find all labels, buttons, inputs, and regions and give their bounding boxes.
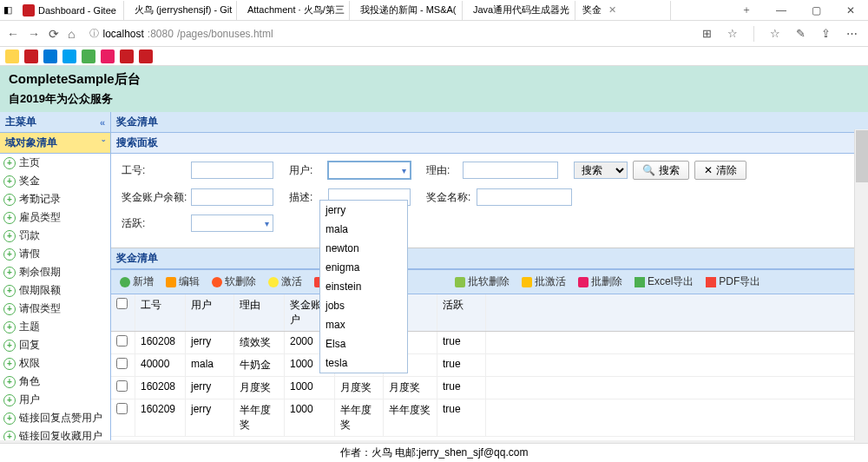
table-row[interactable]: 160209jerry半年度奖1000半年度奖半年度奖true bbox=[111, 399, 854, 437]
sidebar-menu: +主页+奖金+考勤记录+雇员类型+罚款+请假+剩余假期+假期限额+请假类型+主题… bbox=[0, 154, 110, 440]
share-icon[interactable]: ⇪ bbox=[821, 27, 831, 40]
browser-tab-3[interactable]: 我投递的新闻 - MS&A( bbox=[350, 1, 463, 20]
close-window-button[interactable]: ✕ bbox=[833, 0, 868, 21]
browser-titlebar: ◧ Dashboard - Gitee 火鸟 (jerryshensjf) - … bbox=[0, 0, 868, 21]
row-checkbox[interactable] bbox=[116, 380, 128, 392]
cell: 月度奖 bbox=[384, 377, 437, 399]
dropdown-option[interactable]: max bbox=[320, 315, 407, 334]
bookmark-icon[interactable] bbox=[62, 50, 76, 63]
more-icon[interactable]: ⋯ bbox=[846, 27, 858, 40]
star-icon[interactable]: ☆ bbox=[727, 27, 738, 40]
add-icon bbox=[120, 277, 130, 287]
active-combo[interactable]: ▾ bbox=[191, 214, 273, 232]
edit-button[interactable]: 编辑 bbox=[161, 273, 205, 291]
emp-id-input[interactable] bbox=[191, 162, 273, 179]
sidebar-item[interactable]: +雇员类型 bbox=[0, 208, 110, 227]
footer-text: 作者：火鸟 电邮:jerry_shen_sjf@qq.com bbox=[340, 446, 529, 460]
dropdown-option[interactable]: mala bbox=[320, 220, 407, 239]
page-footer: 作者：火鸟 电邮:jerry_shen_sjf@qq.com bbox=[0, 443, 868, 462]
bookmark-icon[interactable] bbox=[82, 50, 95, 63]
dropdown-option[interactable]: tesla bbox=[320, 353, 407, 373]
bookmark-icon[interactable] bbox=[139, 50, 153, 63]
browser-tab-5[interactable]: 奖金✕ bbox=[575, 1, 671, 20]
sidebar-item[interactable]: +主题 bbox=[0, 318, 110, 336]
sidebar-item[interactable]: +链接回复收藏用户 bbox=[0, 427, 110, 440]
notes-icon[interactable]: ✎ bbox=[796, 27, 806, 40]
dropdown-option[interactable]: jobs bbox=[320, 296, 407, 315]
bonus-name-input[interactable] bbox=[477, 188, 572, 206]
scrollbar-thumb[interactable] bbox=[856, 130, 868, 182]
url-input[interactable]: ⓘ localhost:8080/pages/bonuses.html bbox=[83, 24, 690, 43]
col-header[interactable]: 活跃 bbox=[437, 294, 486, 331]
browser-tab-0[interactable]: Dashboard - Gitee bbox=[16, 1, 124, 20]
dropdown-option[interactable]: newton bbox=[320, 239, 407, 258]
dropdown-option[interactable]: jerry bbox=[320, 201, 407, 220]
browser-tab-1[interactable]: 火鸟 (jerryshensjf) - Git bbox=[124, 1, 237, 20]
browser-tab-2[interactable]: Attachment · 火鸟/第三 bbox=[237, 1, 350, 20]
sidebar-item[interactable]: +主页 bbox=[0, 154, 110, 172]
favorites-icon[interactable]: ☆ bbox=[770, 27, 780, 40]
sidebar-item[interactable]: +请假类型 bbox=[0, 300, 110, 318]
activate-button[interactable]: 激活 bbox=[263, 273, 307, 291]
table-row[interactable]: 40000mala牛奶金1000true bbox=[111, 354, 854, 377]
back-button[interactable]: ← bbox=[7, 27, 19, 41]
sidebar-item[interactable]: +假期限额 bbox=[0, 281, 110, 300]
maximize-button[interactable]: ▢ bbox=[799, 0, 833, 21]
browser-tab-4[interactable]: Java通用代码生成器光 bbox=[463, 1, 575, 20]
sidebar-main-header[interactable]: 主菜单« bbox=[0, 112, 110, 133]
batch-softdelete-button[interactable]: 批软删除 bbox=[450, 273, 515, 291]
bookmark-icon[interactable] bbox=[120, 50, 134, 63]
sidebar-item[interactable]: +考勤记录 bbox=[0, 190, 110, 208]
table-row[interactable]: 160208jerry月度奖1000月度奖月度奖true bbox=[111, 377, 854, 399]
excel-export-button[interactable]: Excel导出 bbox=[629, 273, 699, 291]
scrollbar[interactable] bbox=[854, 129, 868, 440]
row-checkbox[interactable] bbox=[116, 358, 128, 369]
close-tab-icon[interactable]: ✕ bbox=[608, 4, 616, 16]
new-tab-button[interactable]: ＋ bbox=[729, 0, 764, 21]
collapse-icon[interactable]: « bbox=[100, 117, 105, 128]
pdf-export-button[interactable]: PDF导出 bbox=[700, 273, 766, 291]
sidebar-item[interactable]: +链接回复点赞用户 bbox=[0, 409, 110, 427]
sidebar-item[interactable]: +罚款 bbox=[0, 227, 110, 245]
forward-button[interactable]: → bbox=[28, 27, 40, 41]
softdelete-button[interactable]: 软删除 bbox=[207, 273, 261, 291]
sidebar-item[interactable]: +请假 bbox=[0, 245, 110, 263]
search-button[interactable]: 🔍搜索 bbox=[633, 161, 689, 180]
sidebar-item[interactable]: +用户 bbox=[0, 391, 110, 409]
add-button[interactable]: 新增 bbox=[115, 273, 159, 291]
row-checkbox[interactable] bbox=[116, 403, 128, 414]
user-combo[interactable]: ▾ bbox=[328, 162, 411, 179]
bookmark-icon[interactable] bbox=[24, 50, 38, 63]
sidebar-item[interactable]: +奖金 bbox=[0, 172, 110, 190]
col-header[interactable]: 工号 bbox=[135, 294, 186, 331]
bookmark-icon[interactable] bbox=[5, 50, 19, 63]
col-header[interactable]: 用户 bbox=[186, 294, 234, 331]
reader-icon[interactable]: ⊞ bbox=[702, 27, 712, 40]
collapse-icon[interactable]: ˇ bbox=[102, 138, 105, 148]
row-checkbox[interactable] bbox=[116, 335, 128, 346]
search-icon: 🔍 bbox=[642, 164, 655, 176]
dropdown-option[interactable]: Elsa bbox=[320, 334, 407, 353]
minimize-button[interactable]: — bbox=[764, 0, 799, 21]
refresh-button[interactable]: ⟳ bbox=[49, 27, 59, 41]
select-all-checkbox[interactable] bbox=[116, 298, 128, 309]
table-row[interactable]: 160208jerry绩效奖2000true bbox=[111, 332, 854, 354]
tab-label: 火鸟 (jerryshensjf) - Git bbox=[135, 3, 232, 16]
bookmark-icon[interactable] bbox=[101, 50, 115, 63]
batch-activate-button[interactable]: 批激活 bbox=[516, 273, 571, 291]
col-header[interactable]: 理由 bbox=[234, 294, 285, 331]
dropdown-option[interactable]: enigma bbox=[320, 258, 407, 277]
batch-delete-button[interactable]: 批删除 bbox=[573, 273, 628, 291]
reason-input[interactable] bbox=[463, 162, 558, 179]
balance-input[interactable] bbox=[191, 188, 273, 206]
sidebar-item[interactable]: +回复 bbox=[0, 336, 110, 354]
search-type-select[interactable]: 搜索 bbox=[574, 162, 628, 179]
home-button[interactable]: ⌂ bbox=[68, 27, 75, 41]
clear-button[interactable]: ✕清除 bbox=[694, 161, 746, 180]
sidebar-domain-header[interactable]: 域对象清单ˇ bbox=[0, 133, 110, 154]
sidebar-item[interactable]: +权限 bbox=[0, 354, 110, 373]
sidebar-item[interactable]: +角色 bbox=[0, 373, 110, 391]
sidebar-item[interactable]: +剩余假期 bbox=[0, 263, 110, 281]
dropdown-option[interactable]: einstein bbox=[320, 277, 407, 296]
bookmark-icon[interactable] bbox=[43, 50, 57, 63]
